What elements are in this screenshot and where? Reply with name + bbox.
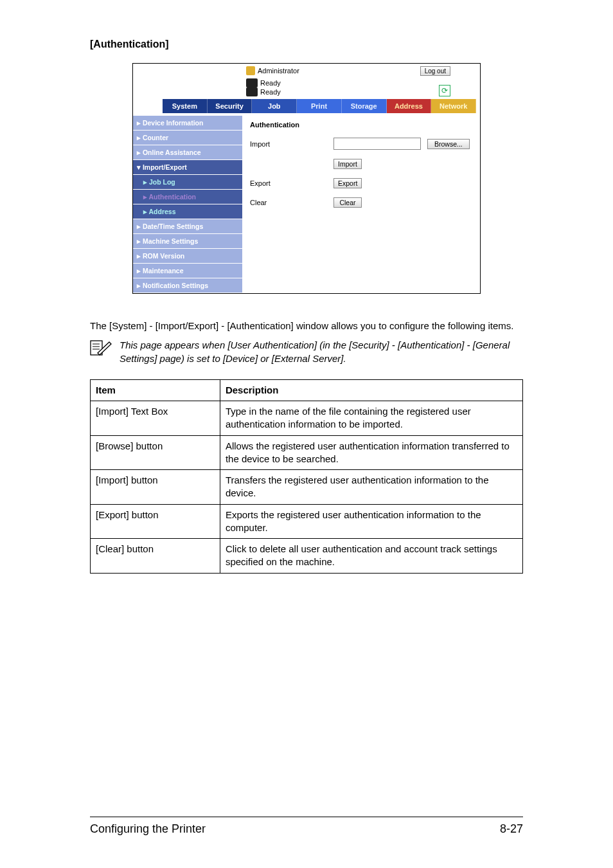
table-row: [Clear] button Click to delete all user … (91, 539, 523, 574)
footer-title: Configuring the Printer (90, 822, 206, 836)
clear-label: Clear (250, 199, 327, 206)
admin-icon (246, 66, 255, 75)
logout-button[interactable]: Log out (420, 66, 450, 76)
table-row: [Import] button Transfers the registered… (91, 470, 523, 505)
cell-desc: Allows the registered user authenticatio… (220, 435, 522, 470)
screenshot-container: Administrator Log out Ready Ready (90, 63, 523, 294)
sidebar-item-date-time[interactable]: ▸ Date/Time Settings (133, 219, 242, 234)
sidebar-subitem-job-log[interactable]: ▸ Job Log (133, 175, 242, 190)
tab-bar: System Security Job Print Storage Addres… (137, 99, 476, 113)
ready-label-2: Ready (260, 88, 281, 96)
sidebar: ▸ Device Information ▸ Counter ▸ Online … (133, 116, 242, 293)
tab-print[interactable]: Print (297, 99, 342, 113)
tab-system[interactable]: System (163, 99, 208, 113)
cell-desc: Type in the name of the file containing … (220, 401, 522, 436)
table-row: [Browse] button Allows the registered us… (91, 435, 523, 470)
tab-storage[interactable]: Storage (342, 99, 387, 113)
printer-status-1: Ready (246, 78, 281, 87)
import-button[interactable]: Import (333, 159, 362, 169)
content-title: Authentication (250, 121, 472, 129)
sidebar-subitem-auth[interactable]: ▸ Authentication (133, 190, 242, 204)
embedded-screenshot: Administrator Log out Ready Ready (132, 63, 481, 294)
export-label: Export (250, 179, 327, 187)
export-button[interactable]: Export (333, 178, 362, 188)
cell-item: [Export] button (91, 504, 220, 539)
ready-label-1: Ready (260, 79, 281, 87)
admin-indicator: Administrator (246, 66, 299, 75)
sidebar-item-import-export[interactable]: ▾ Import/Export (133, 160, 242, 175)
tab-security[interactable]: Security (208, 99, 253, 113)
content-pane: Authentication Import Browse... Import E… (242, 116, 480, 293)
admin-label: Administrator (258, 67, 299, 75)
table-row: [Export] button Exports the registered u… (91, 504, 523, 539)
section-heading: [Authentication] (90, 39, 523, 50)
spec-table: Item Description [Import] Text Box Type … (90, 379, 523, 574)
page-footer: Configuring the Printer 8-27 (90, 817, 523, 836)
sidebar-item-rom[interactable]: ▸ ROM Version (133, 249, 242, 264)
sidebar-subitem-address[interactable]: ▸ Address (133, 204, 242, 219)
table-row: [Import] Text Box Type in the name of th… (91, 401, 523, 436)
cell-desc: Exports the registered user authenticati… (220, 504, 522, 539)
cell-item: [Import] Text Box (91, 401, 220, 436)
note-text: This page appears when [User Authenticat… (120, 339, 523, 365)
printer-icon (246, 78, 258, 87)
clear-button[interactable]: Clear (333, 197, 362, 208)
intro-paragraph: The [System] - [Import/Export] - [Authen… (90, 320, 523, 332)
sidebar-item-notification[interactable]: ▸ Notification Settings (133, 278, 242, 293)
cell-desc: Transfers the registered user authentica… (220, 470, 522, 505)
cell-desc: Click to delete all user authentication … (220, 539, 522, 574)
sidebar-item-online-assist[interactable]: ▸ Online Assistance (133, 145, 242, 160)
th-desc: Description (220, 379, 522, 401)
tab-job[interactable]: Job (252, 99, 297, 113)
sidebar-item-machine[interactable]: ▸ Machine Settings (133, 234, 242, 249)
browse-button[interactable]: Browse... (427, 139, 470, 149)
import-text-box[interactable] (333, 138, 421, 150)
cell-item: [Clear] button (91, 539, 220, 574)
refresh-button[interactable]: ⟳ (439, 85, 450, 96)
printer-icon (246, 87, 258, 96)
import-label: Import (250, 140, 327, 148)
printer-status-2: Ready (246, 87, 281, 96)
note: This page appears when [User Authenticat… (90, 339, 523, 365)
cell-item: [Browse] button (91, 435, 220, 470)
sidebar-item-device-info[interactable]: ▸ Device Information (133, 116, 242, 131)
sidebar-item-counter[interactable]: ▸ Counter (133, 131, 242, 145)
th-item: Item (91, 379, 220, 401)
tab-network[interactable]: Network (431, 99, 476, 113)
sidebar-item-maintenance[interactable]: ▸ Maintenance (133, 264, 242, 278)
tab-address[interactable]: Address (387, 99, 432, 113)
note-icon (90, 339, 112, 365)
page-number: 8-27 (500, 822, 523, 836)
cell-item: [Import] button (91, 470, 220, 505)
